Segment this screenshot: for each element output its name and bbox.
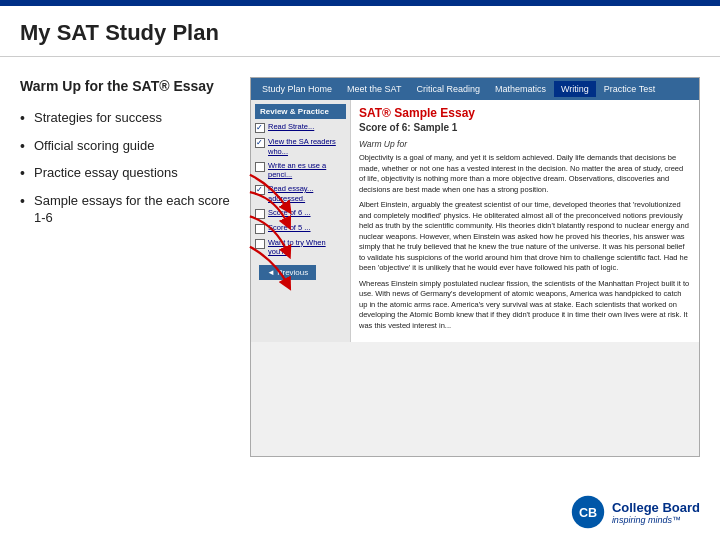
browser-mockup: Study Plan Home Meet the SAT Critical Re… (250, 77, 700, 457)
college-board-logo: CB College Board inspiring minds™ (570, 494, 700, 530)
logo-name: College Board (612, 500, 700, 515)
footer: CB College Board inspiring minds™ (570, 494, 700, 530)
essay-content: SAT® Sample Essay Score of 6: Sample 1 W… (351, 100, 699, 342)
previous-button[interactable]: ◄ Previous (259, 265, 316, 280)
sidebar-item-3: Write an es use a penci... (255, 161, 346, 181)
list-item: Official scoring guide (20, 137, 230, 155)
sidebar-link-3[interactable]: Write an es use a penci... (268, 161, 346, 181)
header: My SAT Study Plan (0, 6, 720, 57)
sidebar-checkbox-2[interactable] (255, 138, 265, 148)
sidebar-link-6[interactable]: Score of 5 ... (268, 223, 311, 233)
svg-text:CB: CB (579, 506, 597, 520)
essay-paragraph-2: Albert Einstein, arguably the greatest s… (359, 200, 691, 274)
logo-tagline: inspiring minds™ (612, 515, 700, 525)
page-container: My SAT Study Plan Warm Up for the SAT® E… (0, 0, 720, 540)
sidebar-item-6: Score of 5 ... (255, 223, 346, 234)
nav-meet-sat[interactable]: Meet the SAT (340, 81, 408, 97)
list-item: Strategies for success (20, 109, 230, 127)
warm-up-title: Warm Up for the SAT® Essay (20, 77, 230, 95)
sidebar-item-2: View the SA readers who... (255, 137, 346, 157)
nav-critical-reading[interactable]: Critical Reading (409, 81, 487, 97)
nav-study-plan-home[interactable]: Study Plan Home (255, 81, 339, 97)
sidebar-checkbox-7[interactable] (255, 239, 265, 249)
sidebar-item-5: Score of 6 ... (255, 208, 346, 219)
sidebar-checkbox-3[interactable] (255, 162, 265, 172)
sidebar-checkbox-6[interactable] (255, 224, 265, 234)
essay-subtitle: Score of 6: Sample 1 (359, 122, 691, 133)
sidebar-section-label: Review & Practice (255, 104, 346, 119)
sidebar-link-7[interactable]: Want to try When you'r... (268, 238, 346, 258)
essay-title: SAT® Sample Essay (359, 106, 691, 120)
warm-up-label: Warm Up for (359, 139, 691, 149)
list-item: Sample essays for the each score 1-6 (20, 192, 230, 227)
nav-practice-test[interactable]: Practice Test (597, 81, 662, 97)
browser-sidebar: Review & Practice Read Strate... View th… (251, 100, 351, 342)
essay-paragraph-3: Whereas Einstein simply postulated nucle… (359, 279, 691, 332)
sidebar-link-2[interactable]: View the SA readers who... (268, 137, 346, 157)
left-panel: Warm Up for the SAT® Essay Strategies fo… (20, 77, 230, 457)
main-content: Warm Up for the SAT® Essay Strategies fo… (0, 57, 720, 467)
sidebar-item-7: Want to try When you'r... (255, 238, 346, 258)
essay-paragraph-1: Objectivity is a goal of many, and yet i… (359, 153, 691, 195)
page-title: My SAT Study Plan (20, 20, 700, 46)
bullet-list: Strategies for success Official scoring … (20, 109, 230, 227)
sidebar-checkbox-1[interactable] (255, 123, 265, 133)
nav-mathematics[interactable]: Mathematics (488, 81, 553, 97)
sidebar-checkbox-4[interactable] (255, 185, 265, 195)
sidebar-checkbox-5[interactable] (255, 209, 265, 219)
logo-text-container: College Board inspiring minds™ (612, 500, 700, 525)
essay-body: Objectivity is a goal of many, and yet i… (359, 153, 691, 331)
sidebar-link-4[interactable]: Read essay... addressed. (268, 184, 346, 204)
nav-writing[interactable]: Writing (554, 81, 596, 97)
nav-bar: Study Plan Home Meet the SAT Critical Re… (251, 78, 699, 100)
sidebar-item-1: Read Strate... (255, 122, 346, 133)
browser-inner: Review & Practice Read Strate... View th… (251, 100, 699, 342)
sidebar-link-1[interactable]: Read Strate... (268, 122, 314, 132)
college-board-icon: CB (570, 494, 606, 530)
sidebar-link-5[interactable]: Score of 6 ... (268, 208, 311, 218)
list-item: Practice essay questions (20, 164, 230, 182)
sidebar-item-4: Read essay... addressed. (255, 184, 346, 204)
